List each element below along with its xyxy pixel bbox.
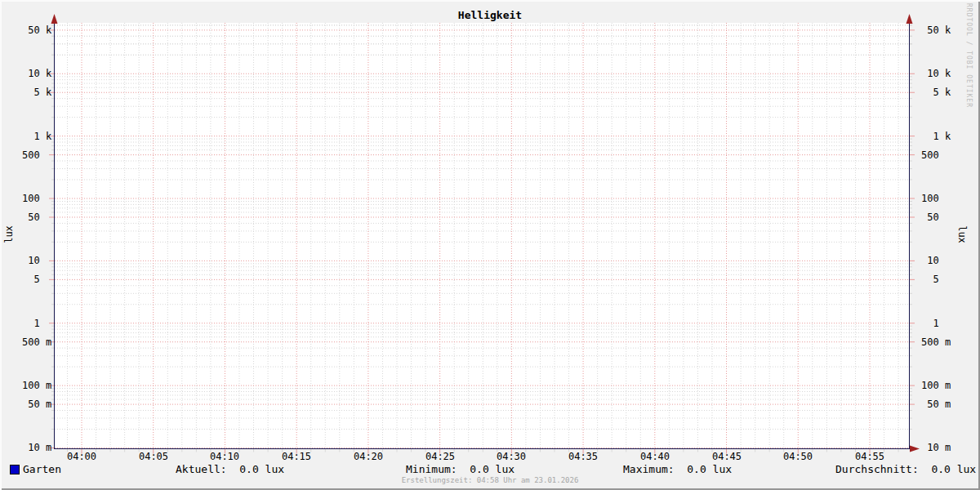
y-tick-label-right: 50 m: [921, 399, 951, 410]
y-tick-label-left: 500: [22, 149, 40, 161]
y-axis-unit-right: lux: [956, 215, 969, 254]
y-tick-label-left: 50 k: [22, 24, 51, 36]
legend-swatch: [10, 465, 20, 474]
y-tick-label-left: 5 k: [22, 87, 51, 98]
x-tick-label: 04:25: [416, 451, 465, 462]
legend-series-label: Garten: [23, 464, 61, 475]
y-tick-label-right: 5 k: [921, 87, 951, 98]
y-tick-label-right: 10 k: [921, 68, 951, 79]
y-tick-label-left: 100: [22, 193, 40, 204]
y-tick-label-left: 1: [22, 318, 40, 329]
y-tick-label-right: 500: [921, 149, 939, 161]
y-tick-label-left: 10 m: [22, 442, 51, 453]
x-tick-label: 04:30: [487, 451, 536, 462]
x-tick-label: 04:10: [200, 451, 249, 462]
y-tick-label-left: 50: [22, 212, 40, 223]
y-tick-label-right: 1: [921, 318, 939, 329]
y-tick-label-left: 500 m: [22, 336, 51, 348]
legend-stat-maximum: Maximum: 0.0 lux: [623, 464, 732, 475]
y-tick-label-right: 100 m: [921, 380, 951, 391]
chart-title: Helligkeit: [0, 9, 980, 21]
y-tick-label-right: 1 k: [921, 131, 951, 142]
axis-arrow-right: [910, 446, 920, 452]
y-axis-unit-left: lux: [2, 215, 16, 254]
y-tick-label-left: 1 k: [22, 131, 51, 142]
x-tick-label: 04:40: [630, 451, 679, 462]
y-tick-label-left: 10 k: [22, 68, 51, 79]
legend: Garten Aktuell: 0.0 luxMinimum: 0.0 luxM…: [0, 464, 980, 476]
x-tick-label: 04:55: [845, 451, 894, 462]
footer-timestamp: Erstellungszeit: 04:58 Uhr am 23.01.2026: [0, 476, 980, 485]
x-tick-label: 04:00: [57, 451, 106, 462]
x-tick-label: 04:20: [344, 451, 393, 462]
y-tick-label-right: 5: [921, 274, 939, 285]
rrdtool-graph: Helligkeit 50 k 10 k 5 k 1 k500100 50 10…: [0, 0, 980, 490]
x-tick-label: 04:50: [773, 451, 822, 462]
y-tick-label-right: 10 m: [921, 442, 951, 453]
y-tick-label-right: 500 m: [921, 336, 951, 348]
y-tick-label-left: 5: [22, 274, 40, 285]
y-tick-label-left: 100 m: [22, 380, 51, 391]
y-tick-label-right: 10: [921, 255, 939, 266]
chart-canvas: [55, 23, 909, 449]
watermark: RRDTOOL / TOBI OETIKER: [965, 3, 973, 118]
y-tick-label-right: 50: [921, 212, 939, 223]
y-tick-label-right: 100: [921, 193, 939, 204]
x-tick-label: 04:05: [129, 451, 178, 462]
x-tick-label: 04:35: [559, 451, 608, 462]
legend-stat-minimum: Minimum: 0.0 lux: [406, 464, 514, 475]
y-tick-label-right: 50 k: [921, 24, 951, 36]
y-tick-label-left: 50 m: [22, 399, 51, 410]
x-tick-label: 04:45: [702, 451, 751, 462]
legend-stat-aktuell: Aktuell: 0.0 lux: [176, 464, 284, 475]
x-tick-label: 04:15: [272, 451, 321, 462]
chart-plot-area: [0, 0, 980, 490]
y-tick-label-left: 10: [22, 255, 40, 266]
legend-stat-durchschnitt: Durchschnitt: 0.0 lux: [835, 464, 976, 475]
